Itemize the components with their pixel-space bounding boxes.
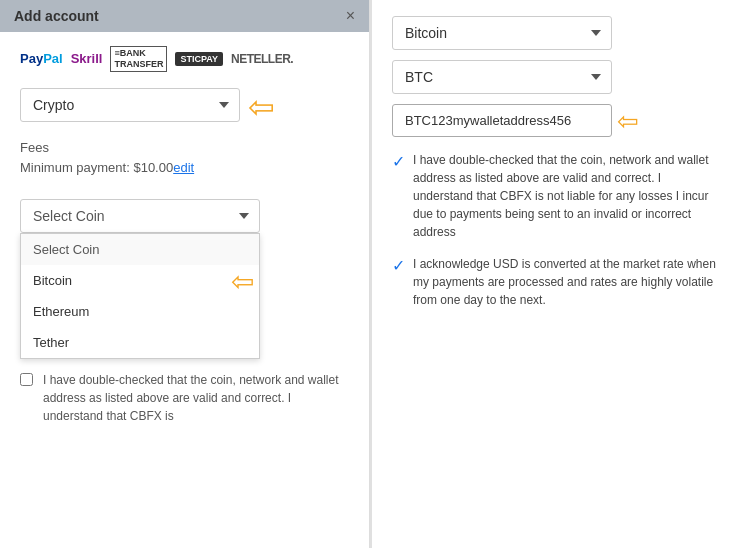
skrill-logo: Skrill [71, 51, 103, 66]
second-check-text: I acknowledge USD is converted at the ma… [413, 255, 716, 309]
second-check-item: ✓ I acknowledge USD is converted at the … [392, 255, 716, 309]
first-check-text: I have double-checked that the coin, net… [413, 151, 716, 241]
left-panel: Add account × PayPal Skrill ≡BANKTRANSFE… [0, 0, 370, 548]
right-coin-dropdown-row: Bitcoin Ethereum Tether [392, 16, 716, 50]
tether-label: Tether [33, 335, 69, 350]
select-coin-label: Select Coin [33, 242, 99, 257]
coin-dropdown-menu: Select Coin Bitcoin ⇦ Ethereum Tether [20, 233, 260, 359]
tether-item[interactable]: Tether [21, 327, 259, 358]
paypal-logo: PayPal [20, 51, 63, 66]
ethereum-label: Ethereum [33, 304, 89, 319]
crypto-dropdown-row: Crypto PayPal Skrill Bank Transfer ⇦ [0, 82, 369, 132]
bank-transfer-logo: ≡BANKTRANSFER [110, 46, 167, 72]
close-button[interactable]: × [346, 8, 355, 24]
first-check-mark: ✓ [392, 152, 405, 171]
wallet-address-input[interactable] [392, 104, 612, 137]
bitcoin-item[interactable]: Bitcoin ⇦ [21, 265, 259, 296]
agreement-text: I have double-checked that the coin, net… [43, 371, 349, 425]
right-network-select[interactable]: BTC ETH TRC20 [392, 60, 612, 94]
coin-select[interactable]: Select Coin Bitcoin Ethereum Tether [20, 199, 260, 233]
select-coin-item[interactable]: Select Coin [21, 234, 259, 265]
crypto-select[interactable]: Crypto PayPal Skrill Bank Transfer [20, 88, 240, 122]
agreement-checkbox[interactable] [20, 373, 33, 386]
minimum-payment: Minimum payment: $10.00edit [20, 158, 349, 179]
neteller-logo: NETELLER. [231, 52, 293, 66]
sticpay-logo: STICPAY [175, 52, 223, 66]
panel-header: Add account × [0, 0, 369, 32]
fees-section: Fees Minimum payment: $10.00edit [0, 132, 369, 194]
coin-dropdown-row: Select Coin Bitcoin Ethereum Tether [0, 193, 369, 233]
first-check-item: ✓ I have double-checked that the coin, n… [392, 151, 716, 241]
right-panel: Bitcoin Ethereum Tether BTC ETH TRC20 ⇦ … [370, 0, 736, 548]
fees-label: Fees [20, 138, 349, 159]
bitcoin-label: Bitcoin [33, 273, 72, 288]
checkbox-section: I have double-checked that the coin, net… [0, 359, 369, 433]
right-coin-select[interactable]: Bitcoin Ethereum Tether [392, 16, 612, 50]
ethereum-item[interactable]: Ethereum [21, 296, 259, 327]
wallet-arrow-indicator: ⇦ [617, 105, 639, 136]
bitcoin-arrow-indicator: ⇦ [231, 264, 319, 297]
second-check-mark: ✓ [392, 256, 405, 275]
crypto-arrow-indicator: ⇦ [248, 88, 275, 126]
edit-link[interactable]: edit [173, 160, 194, 175]
right-network-dropdown-row: BTC ETH TRC20 [392, 60, 716, 94]
wallet-address-row: ⇦ [392, 104, 716, 137]
payment-logos: PayPal Skrill ≡BANKTRANSFER STICPAY NETE… [0, 32, 369, 82]
panel-title: Add account [14, 8, 99, 24]
